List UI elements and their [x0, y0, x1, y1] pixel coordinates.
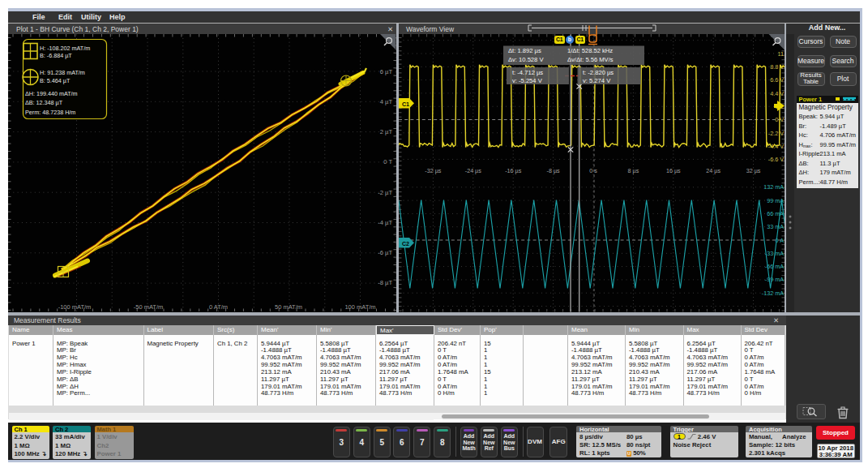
svg-text:132 mA: 132 mA	[763, 183, 784, 191]
svg-text:11: 11	[778, 49, 784, 57]
svg-text:B: 5.464 µT: B: 5.464 µT	[40, 77, 71, 84]
svg-text:100 mAT/m: 100 mAT/m	[344, 303, 375, 310]
svg-text:t: -4.712 µs: t: -4.712 µs	[512, 68, 543, 75]
svg-text:B: -6.884 µT: B: -6.884 µT	[40, 52, 72, 59]
svg-text:0 s: 0 s	[589, 166, 597, 174]
svg-text:Perm: 48.7238 H/m: Perm: 48.7238 H/m	[25, 109, 75, 116]
svg-text:4 µT: 4 µT	[380, 97, 393, 105]
svg-text:v: 5.274 V: v: 5.274 V	[583, 77, 611, 84]
svg-text:-8 µs: -8 µs	[547, 166, 561, 174]
svg-text:-32 µs: -32 µs	[425, 166, 442, 174]
svg-text:50 mAT/m: 50 mAT/m	[275, 303, 302, 310]
svg-text:Δt: 1.892 µs: Δt: 1.892 µs	[508, 47, 541, 54]
svg-text:-6 µT: -6 µT	[378, 249, 392, 256]
svg-text:1/Δt: 528.52 kHz: 1/Δt: 528.52 kHz	[567, 47, 613, 54]
svg-text:4.4 V: 4.4 V	[770, 89, 784, 97]
svg-text:33 mA: 33 mA	[767, 223, 784, 230]
svg-text:2 µT: 2 µT	[380, 128, 393, 135]
svg-text:-100 mAT/m: -100 mAT/m	[58, 303, 92, 310]
svg-text:-8 µT: -8 µT	[378, 279, 392, 286]
svg-text:H: 91.238 mAT/m: H: 91.238 mAT/m	[40, 68, 85, 75]
svg-text:-4 µT: -4 µT	[378, 218, 392, 225]
svg-text:-2.2 V: -2.2 V	[768, 129, 784, 136]
svg-text:Δv: 10.528 V: Δv: 10.528 V	[508, 56, 544, 63]
svg-text:-24 µs: -24 µs	[465, 166, 482, 174]
svg-text:-6.6 V: -6.6 V	[768, 156, 784, 163]
svg-text:-50 mAT/m: -50 mAT/m	[134, 303, 164, 310]
svg-text:8 µs: 8 µs	[628, 166, 639, 174]
svg-text:66 mA: 66 mA	[767, 209, 784, 217]
svg-text:24 µs: 24 µs	[706, 166, 720, 174]
svg-text:-2 µT: -2 µT	[378, 188, 392, 195]
svg-text:H: -108.202 mAT/m: H: -108.202 mAT/m	[40, 44, 90, 51]
svg-text:t: -2.820 µs: t: -2.820 µs	[583, 68, 614, 75]
svg-text:16 µs: 16 µs	[666, 166, 681, 174]
svg-text:-16 µs: -16 µs	[505, 166, 522, 174]
svg-text:-99 mA: -99 mA	[765, 276, 784, 283]
svg-text:C2: C2	[402, 240, 409, 246]
svg-text:Δv/Δt: 5.56 MV/s: Δv/Δt: 5.56 MV/s	[567, 56, 614, 63]
svg-text:6 µT: 6 µT	[380, 67, 393, 75]
svg-text:0 AT/m: 0 AT/m	[209, 303, 228, 310]
svg-text:ΔB: 12.348 µT: ΔB: 12.348 µT	[25, 99, 63, 106]
svg-text:6.6 V: 6.6 V	[770, 76, 784, 84]
svg-text:ΔH: 199.440 mAT/m: ΔH: 199.440 mAT/m	[25, 89, 78, 97]
svg-text:0 T: 0 T	[383, 158, 392, 165]
svg-text:-132 mA: -132 mA	[762, 289, 784, 296]
svg-text:C1: C1	[402, 101, 409, 106]
svg-text:v: -5.254 V: v: -5.254 V	[512, 77, 543, 84]
svg-text:32 µs: 32 µs	[746, 166, 761, 174]
